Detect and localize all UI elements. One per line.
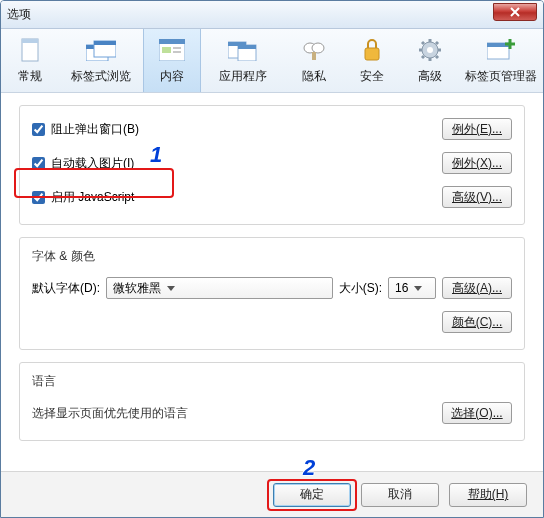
svg-rect-1 <box>22 39 38 43</box>
autoload-images-checkbox[interactable]: 自动载入图片(I) <box>32 155 134 172</box>
tab-tabs[interactable]: 标签式浏览 <box>59 29 143 92</box>
svg-point-20 <box>427 47 433 53</box>
chevron-down-icon <box>167 286 175 291</box>
close-button[interactable] <box>493 3 537 21</box>
titlebar: 选项 <box>1 1 543 29</box>
advanced-a-button[interactable]: 高级(A)... <box>442 277 512 299</box>
tab-privacy[interactable]: 隐私 <box>285 29 343 92</box>
language-group: 语言 选择显示页面优先使用的语言 选择(O)... <box>19 362 525 441</box>
svg-rect-17 <box>312 52 316 60</box>
block-popups-input[interactable] <box>32 123 45 136</box>
exceptions-e-button[interactable]: 例外(E)... <box>442 118 512 140</box>
fonts-group: 字体 & 颜色 默认字体(D): 微软雅黑 大小(S): 16 高级(A)...… <box>19 237 525 350</box>
svg-line-27 <box>422 56 424 58</box>
lock-icon <box>356 36 388 64</box>
svg-rect-14 <box>238 45 256 49</box>
cancel-button[interactable]: 取消 <box>361 483 439 507</box>
tab-advanced[interactable]: 高级 <box>401 29 459 92</box>
svg-line-26 <box>436 56 438 58</box>
tabs-icon <box>85 36 117 64</box>
svg-line-25 <box>422 42 424 44</box>
enable-js-checkbox[interactable]: 启用 JavaScript <box>32 189 134 206</box>
svg-point-16 <box>312 43 324 53</box>
tab-general[interactable]: 常规 <box>1 29 59 92</box>
window-title: 选项 <box>7 6 31 23</box>
language-legend: 语言 <box>32 373 512 390</box>
tab-security[interactable]: 安全 <box>343 29 401 92</box>
size-select[interactable]: 16 <box>388 277 436 299</box>
svg-rect-7 <box>159 39 185 44</box>
svg-rect-18 <box>365 48 379 60</box>
popup-group: 阻止弹出窗口(B) 例外(E)... 自动载入图片(I) 例外(X)... 启用… <box>19 105 525 225</box>
default-font-select[interactable]: 微软雅黑 <box>106 277 333 299</box>
svg-rect-8 <box>162 47 171 53</box>
help-button[interactable]: 帮助(H) <box>449 483 527 507</box>
privacy-icon <box>298 36 330 64</box>
exceptions-x-button[interactable]: 例外(X)... <box>442 152 512 174</box>
size-label: 大小(S): <box>339 280 382 297</box>
dialog-window: 选项 常规 标签式浏览 内容 应用程序 隐私 安全 <box>0 0 544 518</box>
language-desc: 选择显示页面优先使用的语言 <box>32 405 188 422</box>
svg-rect-5 <box>94 41 116 45</box>
block-popups-checkbox[interactable]: 阻止弹出窗口(B) <box>32 121 139 138</box>
tab-applications[interactable]: 应用程序 <box>201 29 285 92</box>
svg-rect-9 <box>173 47 181 49</box>
applications-icon <box>227 36 259 64</box>
chevron-down-icon <box>414 286 422 291</box>
close-icon <box>510 7 520 17</box>
general-icon <box>14 36 46 64</box>
footer: 2 确定 取消 帮助(H) <box>1 471 543 517</box>
choose-o-button[interactable]: 选择(O)... <box>442 402 512 424</box>
toolbar: 常规 标签式浏览 内容 应用程序 隐私 安全 高级 标签页管理器 <box>1 29 543 93</box>
enable-js-input[interactable] <box>32 191 45 204</box>
svg-rect-10 <box>173 51 181 53</box>
content-pane: 阻止弹出窗口(B) 例外(E)... 自动载入图片(I) 例外(X)... 启用… <box>1 93 543 471</box>
default-font-label: 默认字体(D): <box>32 280 100 297</box>
fonts-legend: 字体 & 颜色 <box>32 248 512 265</box>
autoload-images-input[interactable] <box>32 157 45 170</box>
ok-button[interactable]: 确定 <box>273 483 351 507</box>
tab-content[interactable]: 内容 <box>143 29 201 92</box>
svg-line-28 <box>436 42 438 44</box>
content-icon <box>156 36 188 64</box>
add-tab-icon <box>485 36 517 64</box>
advanced-v-button[interactable]: 高级(V)... <box>442 186 512 208</box>
tab-tabmanager[interactable]: 标签页管理器 <box>459 29 543 92</box>
gear-icon <box>414 36 446 64</box>
colors-c-button[interactable]: 颜色(C)... <box>442 311 512 333</box>
